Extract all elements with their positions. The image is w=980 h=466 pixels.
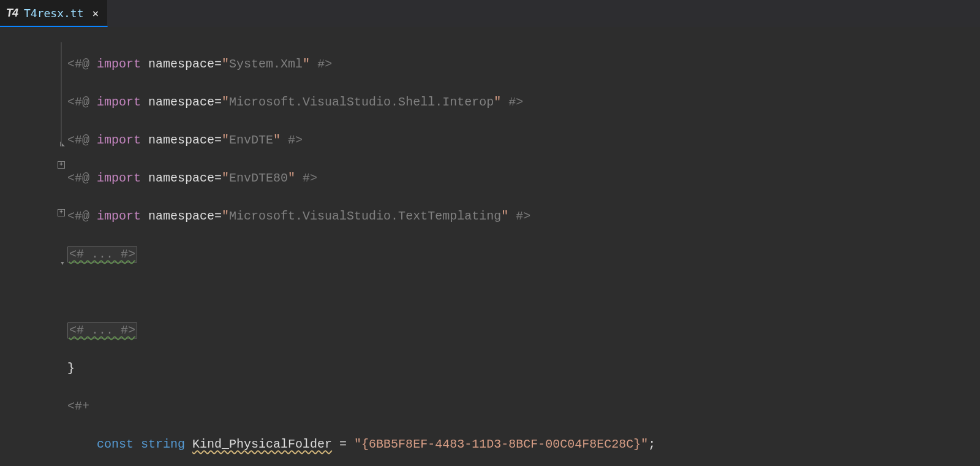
t4-lib: Microsoft.VisualStudio.TextTemplating (229, 209, 501, 223)
t4-ns-attr: namespace= (148, 57, 222, 71)
code-line: <#@ import namespace="EnvDTE80" #> (67, 166, 980, 190)
identifier: Kind_PhysicalFolder (192, 437, 332, 451)
fold-open-mark-icon[interactable]: ▾ (59, 258, 66, 268)
code-line: <#@ import namespace="Microsoft.VisualSt… (67, 90, 980, 114)
code-editor[interactable]: ◣ + + ▾ <#@ import namespace="System.Xml… (0, 27, 980, 466)
close-icon[interactable]: × (90, 7, 99, 20)
code-line: <#@ import namespace="Microsoft.VisualSt… (67, 204, 980, 228)
fold-column: ◣ + + ▾ (58, 27, 67, 466)
folded-text: <# ... #> (69, 247, 135, 261)
t4-directive-close: #> (310, 57, 332, 71)
code-line: <#@ import namespace="System.Xml" #> (67, 52, 980, 76)
app-root: T4 T4resx.tt × ◣ + + ▾ <#@ import namesp… (0, 0, 980, 466)
code-line: const string Kind_PhysicalFolder = "{6BB… (67, 432, 980, 456)
code-line: <#@ import namespace="EnvDTE" #> (67, 128, 980, 152)
code-line: <#+ (67, 394, 980, 418)
t4-directive-open: <#@ (67, 57, 89, 71)
string-literal: "{6BB5F8EF-4483-11D3-8BCF-00C04F8EC28C}" (354, 437, 648, 451)
folded-region[interactable]: <# ... #> (67, 242, 980, 266)
t4-lib: System.Xml (229, 57, 303, 71)
t4-file-icon: T4 (6, 7, 18, 20)
blank-line (67, 280, 980, 304)
t4-lib: Microsoft.VisualStudio.Shell.Interop (229, 95, 494, 109)
close-brace: } (67, 361, 75, 375)
fold-guide (61, 42, 62, 147)
fold-toggle-collapsed-1[interactable]: + (58, 161, 65, 169)
code-line: } (67, 356, 980, 380)
t4-class-feature-open: <#+ (67, 399, 89, 413)
kw-const: const (97, 437, 141, 451)
code-area[interactable]: <#@ import namespace="System.Xml" #> <#@… (67, 27, 980, 466)
t4-lib: EnvDTE (229, 133, 273, 147)
t4-import-kw: import (89, 57, 148, 71)
kw-string: string (141, 437, 192, 451)
folded-text: <# ... #> (69, 323, 135, 337)
t4-lib: EnvDTE80 (229, 171, 288, 185)
folded-region[interactable]: <# ... #> (67, 318, 980, 342)
tab-bar: T4 T4resx.tt × (0, 0, 980, 27)
fold-toggle-collapsed-2[interactable]: + (58, 209, 65, 216)
tab-filename: T4resx.tt (24, 7, 84, 20)
tab-t4resx[interactable]: T4 T4resx.tt × (0, 0, 108, 27)
gutter: ◣ + + ▾ (0, 27, 67, 466)
